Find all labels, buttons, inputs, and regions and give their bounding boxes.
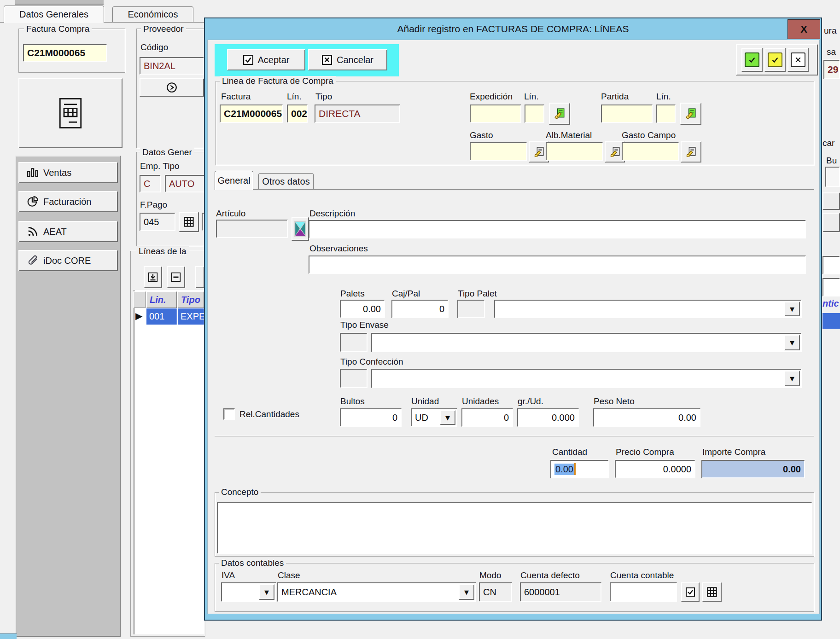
- bar-chart-icon: [27, 167, 39, 179]
- tipo-envase-combo[interactable]: ▼: [371, 333, 802, 352]
- partida-field[interactable]: [601, 105, 653, 123]
- fpago-grid-button[interactable]: [179, 212, 199, 232]
- articulo-field[interactable]: [216, 220, 288, 238]
- grid-header-lin-label: Lin.: [150, 295, 166, 305]
- cuenta-contable-field[interactable]: [610, 582, 677, 602]
- rss-icon: [27, 226, 39, 238]
- tipo-confeccion-combo[interactable]: ▼: [371, 369, 802, 388]
- insert-row-button[interactable]: [144, 266, 162, 288]
- gasto-field[interactable]: [470, 142, 527, 161]
- aceptar-button[interactable]: Aceptar: [227, 49, 305, 70]
- sidebar-item-facturacion[interactable]: Facturación: [18, 191, 118, 212]
- cantidad-field[interactable]: 0.00: [550, 460, 609, 478]
- cajpal-field[interactable]: 0: [391, 300, 449, 318]
- tab-economicos[interactable]: Económicos: [112, 6, 193, 22]
- tipo-envase-code-field[interactable]: [340, 333, 368, 352]
- factura-compra-field[interactable]: C21M000065: [23, 44, 107, 62]
- tipo-empresa-field[interactable]: AUTO: [165, 175, 205, 192]
- close-button[interactable]: X: [788, 19, 820, 39]
- grid-cell-lin[interactable]: 001: [146, 308, 177, 325]
- concepto-group-label: Concepto: [219, 487, 261, 497]
- factura-value: C21M000065: [224, 108, 282, 119]
- remove-row-button[interactable]: [167, 266, 185, 288]
- dialog-titlebar[interactable]: Añadir registro en FACTURAS DE COMPRA: L…: [205, 18, 821, 40]
- tab-datos-generales-label: Datos Generales: [19, 9, 88, 20]
- tab-otros-datos-label: Otros datos: [262, 176, 309, 187]
- tipo-confeccion-label: Tipo Confección: [340, 357, 403, 367]
- cuenta-contable-check-button[interactable]: [681, 582, 700, 602]
- palets-field[interactable]: 0.00: [340, 300, 385, 318]
- fpago-field[interactable]: 045: [140, 213, 175, 231]
- tipo-palet-combo[interactable]: ▼: [494, 300, 802, 318]
- lin1-field[interactable]: 002: [287, 105, 308, 123]
- precio-compra-field[interactable]: 0.0000: [615, 460, 695, 478]
- confirm-yellow-button[interactable]: [764, 48, 786, 72]
- lin2-field[interactable]: [525, 105, 544, 123]
- codigo-field[interactable]: BIN2AL: [140, 57, 204, 75]
- chevron-down-icon[interactable]: ▼: [784, 335, 800, 350]
- clase-combo[interactable]: MERCANCIA ▼: [277, 582, 476, 602]
- emp-field[interactable]: C: [140, 175, 161, 192]
- lin3-field[interactable]: [656, 105, 676, 123]
- datos-generales-group-label: Datos Gener: [140, 147, 194, 157]
- bultos-label: Bultos: [340, 396, 365, 407]
- gasto-campo-field[interactable]: [622, 142, 679, 161]
- modo-field: CN: [479, 582, 512, 602]
- sidebar-item-label: iDoc CORE: [43, 256, 91, 266]
- confirm-green-button[interactable]: [741, 48, 763, 72]
- codigo-label: Código: [140, 42, 168, 52]
- peso-neto-field[interactable]: 0.00: [593, 408, 700, 427]
- sidebar-item-idoc-core[interactable]: iDoc CORE: [18, 250, 118, 271]
- gasto-campo-lookup-button[interactable]: [681, 141, 701, 163]
- fpago-value: 045: [144, 217, 159, 227]
- invoice-viewer-button[interactable]: [18, 78, 122, 148]
- unidad-combo[interactable]: UD ▼: [411, 408, 457, 427]
- unidades-label: Unidades: [462, 396, 499, 407]
- grid-header-lin[interactable]: Lin.: [146, 291, 177, 308]
- expedicion-field[interactable]: [470, 105, 521, 123]
- descripcion-field[interactable]: [309, 220, 806, 238]
- cuenta-contable-grid-button[interactable]: [702, 582, 722, 602]
- cancelar-button[interactable]: Cancelar: [308, 49, 387, 70]
- lineas-grid-body: [134, 290, 204, 634]
- factura-field[interactable]: C21M000065: [220, 105, 283, 123]
- grid-icon: [183, 216, 194, 227]
- partida-lookup-button[interactable]: [680, 103, 701, 125]
- checkbox-box[interactable]: [223, 408, 235, 420]
- rel-cantidades-checkbox[interactable]: Rel.Cantidades: [223, 408, 299, 420]
- tipo-empresa-value: AUTO: [169, 179, 194, 189]
- edge-selected-row-fragment: [822, 313, 840, 329]
- observaciones-field[interactable]: [309, 256, 806, 274]
- iva-combo[interactable]: ▼: [221, 582, 276, 602]
- alb-material-field[interactable]: [546, 142, 603, 161]
- grud-field[interactable]: 0.000: [517, 408, 579, 427]
- cajpal-label: Caj/Pal: [392, 289, 420, 299]
- toolbar-button-fragment[interactable]: [195, 266, 204, 288]
- edge-band-fragment: [822, 192, 840, 210]
- tipo-value: DIRECTA: [319, 108, 361, 119]
- expedicion-lookup-button[interactable]: [549, 103, 570, 125]
- sidebar-item-aeat[interactable]: AEAT: [18, 221, 118, 242]
- grid-header-tipo[interactable]: Tipo: [178, 291, 204, 308]
- chevron-down-icon[interactable]: ▼: [784, 371, 800, 386]
- chevron-down-icon[interactable]: ▼: [259, 584, 274, 600]
- articulo-picker-button[interactable]: [292, 217, 309, 241]
- chevron-down-icon[interactable]: ▼: [459, 584, 474, 600]
- cuenta-defecto-label: Cuenta defecto: [520, 570, 580, 581]
- tab-otros-datos[interactable]: Otros datos: [258, 173, 314, 189]
- cancel-x-button[interactable]: [788, 48, 809, 72]
- separator-line: [215, 436, 814, 436]
- tipo-confeccion-code-field[interactable]: [340, 369, 368, 388]
- tipo-palet-code-field[interactable]: [457, 300, 485, 318]
- tab-datos-generales[interactable]: Datos Generales: [4, 6, 104, 23]
- concepto-textarea[interactable]: [217, 502, 812, 554]
- sidebar-item-ventas[interactable]: Ventas: [18, 162, 118, 183]
- unidades-field[interactable]: 0: [461, 408, 513, 427]
- tab-general[interactable]: General: [215, 171, 253, 190]
- bultos-field[interactable]: 0: [340, 408, 402, 427]
- grid-cell-tipo[interactable]: EXPE: [178, 308, 204, 325]
- insert-row-icon: [148, 272, 158, 282]
- chevron-down-icon[interactable]: ▼: [784, 302, 800, 316]
- proveedor-open-button[interactable]: [140, 78, 204, 97]
- chevron-down-icon[interactable]: ▼: [440, 410, 455, 425]
